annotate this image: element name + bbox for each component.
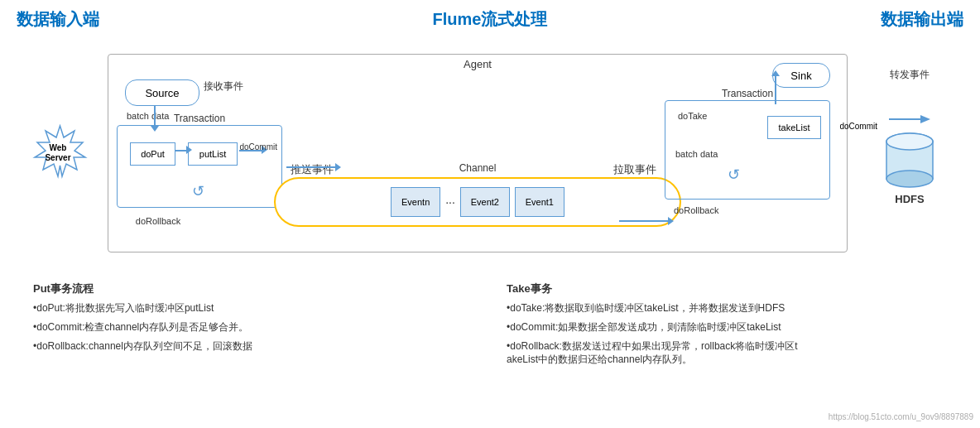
left-section: Web Server [17,37,99,269]
source-label: Source [145,87,179,99]
channel-area: Channel Eventn ··· Event2 Event1 [274,177,681,235]
diagram-area: Web Server Agent 接收事件 Source batch data … [17,37,963,269]
bottom-left-item-3: •doRollback:channel内存队列空间不足，回滚数据 [33,339,473,353]
eventn-label: Eventn [401,197,430,207]
hdfs-label: HDFS [895,193,924,205]
eventn-box: Eventn [391,187,440,217]
sink-label: Sink [790,70,811,82]
takeList-box: takeList [767,116,821,139]
bottom-left-title: Put事务流程 [33,281,473,296]
takeList-label: takeList [779,123,810,132]
event1-box: Event1 [515,187,564,217]
title-right: 数据输出端 [881,8,963,31]
hdfs-cylinder [885,132,934,190]
receive-event-label: 接收事件 [204,79,243,94]
pull-event-label: 拉取事件 [613,162,656,177]
bottom-left-item-2: •doCommit:检查channel内存队列是否足够合并。 [33,320,473,334]
bottom-left: Put事务流程 •doPut:将批数据先写入临时缓冲区putList •doCo… [33,281,473,372]
forward-event-label: 转发事件 [890,68,930,82]
bottom-right-item-1: •doTake:将数据取到临时缓冲区takeList，并将数据发送到HDFS [507,301,947,315]
svg-marker-2 [920,115,930,123]
transaction-label-left: Transaction [174,113,225,124]
bottom-section: Put事务流程 •doPut:将批数据先写入临时缓冲区putList •doCo… [17,281,963,372]
event1-label: Event1 [526,197,554,207]
bottom-right: Take事务 •doTake:将数据取到临时缓冲区takeList，并将数据发送… [507,281,947,372]
channel-label: Channel [459,162,497,174]
transaction-to-sink-arrow [775,75,776,104]
agent-box: Agent 接收事件 Source batch data Transaction… [108,54,848,252]
transaction-box-right: Transaction doTake takeList batch data ↺… [665,100,830,200]
transaction-label-right: Transaction [722,88,773,99]
push-event-label: 推送事件 [291,162,334,177]
agent-label: Agent [464,58,492,70]
svg-point-6 [886,133,933,150]
sink-box: Sink [772,63,830,88]
doRollback-label-right: doRollback [674,205,718,215]
putList-box: putList [188,142,238,166]
doCommit-label-left: doCommit [239,142,277,151]
event2-box: Event2 [460,187,510,217]
bottom-right-title: Take事务 [507,281,947,296]
circular-arrow-right: ↺ [728,166,740,184]
channel-oval: Eventn ··· Event2 Event1 [274,177,681,227]
circular-arrow-left: ↺ [192,182,204,200]
bottom-right-item-2: •doCommit:如果数据全部发送成功，则清除临时缓冲区takeList [507,320,947,334]
batch-data-label-right: batch data [675,149,718,159]
event2-label: Event2 [471,197,499,207]
watermark: https://blog.51cto.com/u_9ov9/8897889 [829,412,973,421]
web-server-label: Web Server [45,143,70,163]
doPut-label: doPut [141,149,165,159]
doTake-label: doTake [678,111,707,121]
source-to-transaction-arrow [154,106,156,127]
doRollback-label-left: doRollback [136,216,180,268]
putList-label: putList [199,149,226,159]
batch-data-label-left: batch data [127,111,169,121]
forward-arrow [889,107,930,132]
channel-to-right-transaction-arrow [619,220,669,222]
doPut-box: doPut [130,142,175,166]
source-box: Source [125,79,199,106]
title-left: 数据输入端 [17,8,99,31]
title-center: Flume流式处理 [99,8,881,31]
bottom-left-item-1: •doPut:将批数据先写入临时缓冲区putList [33,301,473,315]
right-section: 转发事件 HDFS [856,37,963,269]
web-server-starburst: Web Server [29,124,87,182]
dots-label: ··· [445,195,455,209]
transaction-box-left: Transaction doPut putList ↺ doCommit [117,125,282,208]
bottom-right-item-3: •doRollback:数据发送过程中如果出现异常，rollback将临时缓冲区… [507,339,947,368]
transaction-to-channel-arrow [286,166,336,168]
svg-point-5 [886,171,933,187]
